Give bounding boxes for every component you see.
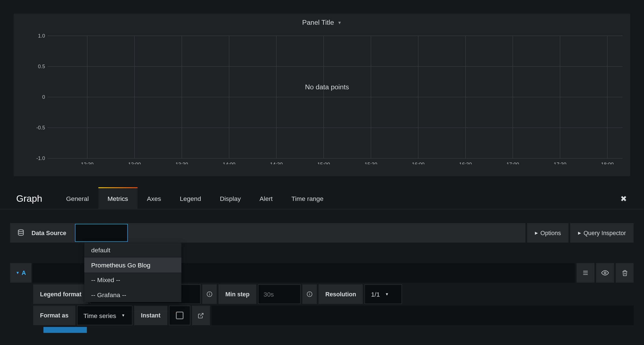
datasource-option-grafana[interactable]: -- Grafana -- bbox=[84, 287, 181, 302]
info-icon[interactable] bbox=[302, 284, 317, 304]
tab-display[interactable]: Display bbox=[210, 188, 250, 209]
close-icon[interactable]: ✖ bbox=[620, 194, 627, 204]
chart-panel: Panel Title ▼ bbox=[14, 14, 630, 176]
svg-point-17 bbox=[18, 230, 23, 231]
x-tick: 14:30 bbox=[270, 161, 283, 164]
y-tick: -0.5 bbox=[36, 125, 45, 130]
chart-area: 1.0 0.5 0 -0.5 -1.0 12:30 13:00 13:30 14… bbox=[31, 32, 623, 164]
query-spacer bbox=[212, 306, 634, 325]
format-as-select[interactable]: Time series ▼ bbox=[77, 306, 132, 325]
options-button-label: Options bbox=[540, 230, 561, 236]
x-tick: 15:30 bbox=[365, 161, 377, 164]
tab-time-range[interactable]: Time range bbox=[282, 188, 333, 209]
no-data-message: No data points bbox=[31, 83, 623, 91]
instant-checkbox[interactable] bbox=[169, 306, 190, 325]
instant-label: Instant bbox=[134, 306, 167, 325]
datasource-option-prometheus[interactable]: Prometheus Go Blog bbox=[84, 258, 181, 273]
x-tick: 13:00 bbox=[128, 161, 141, 164]
datasource-left: Data Source default Prometheus Go Blog -… bbox=[10, 223, 526, 243]
query-format-row: Format as Time series ▼ Instant bbox=[33, 306, 633, 325]
tab-general[interactable]: General bbox=[57, 188, 98, 209]
panel-title-text: Panel Title bbox=[302, 19, 334, 26]
panel-title[interactable]: Panel Title ▼ bbox=[14, 14, 630, 26]
tab-alert[interactable]: Alert bbox=[250, 188, 282, 209]
query-inspector-button[interactable]: ▶ Query Inspector bbox=[570, 223, 633, 243]
svg-line-28 bbox=[200, 313, 203, 316]
caret-down-icon: ▼ bbox=[16, 271, 20, 275]
resolution-label: Resolution bbox=[318, 284, 363, 304]
add-query-button[interactable] bbox=[43, 327, 87, 333]
caret-right-icon: ▶ bbox=[535, 231, 538, 235]
caret-right-icon: ▶ bbox=[578, 231, 581, 235]
tab-metrics[interactable]: Metrics bbox=[98, 188, 137, 209]
resolution-value: 1/1 bbox=[371, 290, 380, 298]
tab-legend[interactable]: Legend bbox=[170, 188, 210, 209]
datasource-row: Data Source default Prometheus Go Blog -… bbox=[10, 223, 634, 243]
legend-format-label: Legend format bbox=[33, 284, 88, 304]
y-tick: 1.0 bbox=[38, 33, 45, 39]
database-icon bbox=[10, 229, 32, 237]
resolution-select[interactable]: 1/1 ▼ bbox=[365, 284, 402, 304]
y-tick: 0.5 bbox=[38, 63, 45, 69]
editor-tabbar: Graph General Metrics Axes Legend Displa… bbox=[0, 188, 644, 210]
query-toggle-a[interactable]: ▼ A bbox=[10, 263, 32, 283]
datasource-input[interactable] bbox=[75, 224, 128, 242]
format-as-label: Format as bbox=[33, 306, 75, 325]
query-letter: A bbox=[22, 269, 26, 276]
x-tick: 16:00 bbox=[412, 161, 425, 164]
datasource-dropdown: default Prometheus Go Blog -- Mixed -- -… bbox=[84, 243, 181, 302]
datasource-option-default[interactable]: default bbox=[84, 243, 181, 258]
tab-axes[interactable]: Axes bbox=[137, 188, 170, 209]
menu-icon[interactable] bbox=[577, 263, 594, 283]
x-tick: 18:00 bbox=[601, 161, 614, 164]
svg-point-21 bbox=[604, 272, 606, 274]
svg-point-27 bbox=[309, 293, 310, 293]
x-tick: 16:30 bbox=[459, 161, 472, 164]
checkbox-icon bbox=[176, 312, 184, 319]
datasource-option-mixed[interactable]: -- Mixed -- bbox=[84, 272, 181, 287]
svg-point-24 bbox=[209, 293, 210, 293]
x-tick: 12:30 bbox=[81, 161, 94, 164]
y-tick: -1.0 bbox=[36, 155, 45, 161]
x-tick: 13:30 bbox=[175, 161, 188, 164]
info-icon[interactable] bbox=[202, 284, 217, 304]
caret-down-icon: ▼ bbox=[121, 313, 125, 317]
query-inspector-label: Query Inspector bbox=[584, 230, 626, 236]
x-tick: 15:00 bbox=[317, 161, 330, 164]
share-icon[interactable] bbox=[192, 306, 210, 325]
editor-heading: Graph bbox=[0, 193, 57, 204]
min-step-label: Min step bbox=[218, 284, 256, 304]
x-tick: 17:00 bbox=[507, 161, 519, 164]
y-tick: 0 bbox=[42, 94, 45, 100]
trash-icon[interactable] bbox=[616, 263, 633, 283]
options-button[interactable]: ▶ Options bbox=[527, 223, 569, 243]
x-tick: 17:30 bbox=[554, 161, 567, 164]
x-tick: 14:00 bbox=[223, 161, 235, 164]
min-step-input[interactable] bbox=[258, 284, 301, 304]
caret-down-icon: ▼ bbox=[385, 292, 389, 296]
format-as-value: Time series bbox=[83, 312, 116, 319]
datasource-label: Data Source bbox=[31, 230, 74, 236]
eye-icon[interactable] bbox=[596, 263, 614, 283]
chevron-down-icon: ▼ bbox=[337, 20, 341, 25]
